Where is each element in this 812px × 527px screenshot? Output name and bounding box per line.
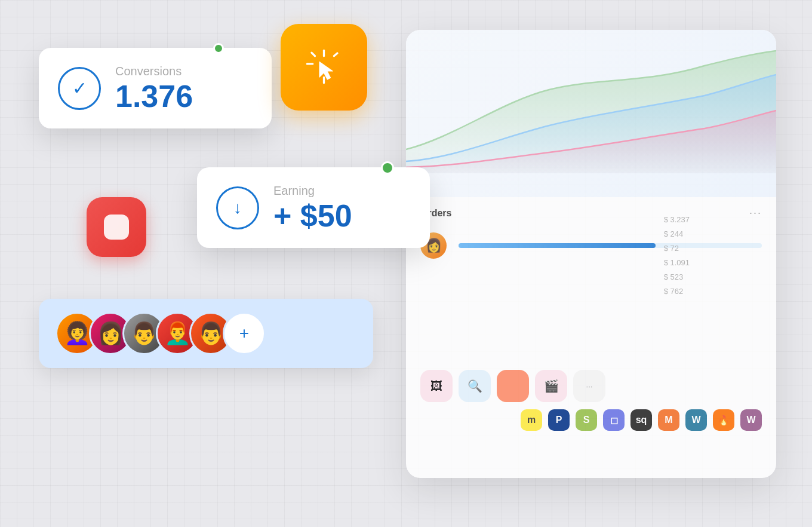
integrations-row: m P S ◻ sq M W 🔥 W <box>406 402 776 431</box>
amount-3: $ 72 <box>664 244 690 253</box>
conversions-status-dot <box>213 43 224 54</box>
svg-line-3 <box>334 53 337 56</box>
down-arrow-icon: ↓ <box>233 198 242 217</box>
chart-svg <box>406 42 776 173</box>
magento-icon[interactable]: M <box>658 409 679 431</box>
check-circle: ✓ <box>58 67 101 110</box>
action-buttons-row: 🖼 🔍 🎬 ··· <box>406 370 776 402</box>
earning-label: Earning <box>273 184 352 198</box>
stripe-icon[interactable]: ◻ <box>603 409 625 431</box>
conversions-label: Conversions <box>115 65 193 78</box>
wordpress-icon[interactable]: W <box>685 409 707 431</box>
search-action-btn[interactable]: 🔍 <box>459 370 491 402</box>
more-action-btn[interactable]: ··· <box>573 370 605 402</box>
orders-menu[interactable]: ··· <box>749 207 762 219</box>
app-icon-inner <box>104 215 129 240</box>
amount-2: $ 244 <box>664 229 690 238</box>
amount-1: $ 3.237 <box>664 215 690 224</box>
amounts-column: $ 3.237 $ 244 $ 72 $ 1.091 $ 523 $ 762 <box>664 215 690 296</box>
order-row: 👩 <box>420 229 762 262</box>
image-action-btn[interactable]: 🖼 <box>420 370 453 402</box>
cursor-icon-card <box>281 24 367 111</box>
add-member-button[interactable]: + <box>223 312 266 355</box>
svg-line-4 <box>312 53 315 56</box>
firebase-icon[interactable]: 🔥 <box>713 409 734 431</box>
paypal-icon[interactable]: P <box>548 409 570 431</box>
order-section: 👩 <box>406 229 776 262</box>
shopify-icon[interactable]: S <box>576 409 597 431</box>
video-action-btn[interactable]: 🎬 <box>535 370 567 402</box>
scene: Orders ··· 👩 $ 3.237 $ 244 $ 72 $ 1.091 … <box>0 0 812 527</box>
earning-card: ↓ Earning + $50 <box>197 167 430 248</box>
earning-text: Earning + $50 <box>273 184 352 231</box>
conversions-text: Conversions 1.376 <box>115 65 193 112</box>
squarespace-icon[interactable]: sq <box>630 409 652 431</box>
team-card: 👩‍🦱 👩 👨 👨‍🦰 👨 + <box>39 299 373 368</box>
avatar-group: 👩‍🦱 👩 👨 👨‍🦰 👨 + <box>56 312 266 355</box>
checkmark-icon: ✓ <box>72 78 87 99</box>
amount-6: $ 762 <box>664 287 690 296</box>
mailchimp-icon[interactable]: m <box>521 409 542 431</box>
chart-area <box>406 30 776 197</box>
amount-4: $ 1.091 <box>664 258 690 267</box>
amount-5: $ 523 <box>664 272 690 281</box>
down-circle: ↓ <box>216 186 259 229</box>
earning-status-dot <box>381 161 394 174</box>
conversions-value: 1.376 <box>115 81 193 112</box>
cursor-svg <box>302 45 346 90</box>
earning-value: + $50 <box>273 200 352 231</box>
dashboard-card: Orders ··· 👩 $ 3.237 $ 244 $ 72 $ 1.091 … <box>406 30 776 478</box>
orders-header: Orders ··· <box>406 197 776 224</box>
conversions-card: ✓ Conversions 1.376 <box>39 48 272 128</box>
app-icon-red <box>87 197 146 257</box>
woocommerce-icon[interactable]: W <box>740 409 762 431</box>
orange-dot-btn[interactable] <box>497 370 529 402</box>
